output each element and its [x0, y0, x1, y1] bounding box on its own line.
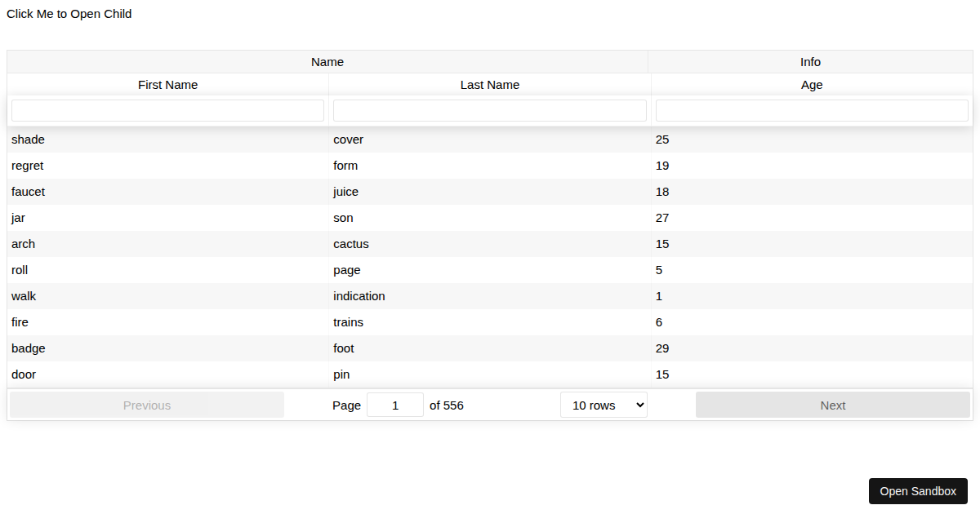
table-row: firetrains6 [7, 309, 973, 335]
table-row: archcactus15 [7, 231, 973, 257]
column-header-last-name[interactable]: Last Name [329, 73, 651, 95]
cell-age: 1 [652, 283, 973, 309]
cell-last-name: juice [329, 179, 651, 205]
table-header: Name Info First Name Last Name Age [7, 51, 973, 126]
open-sandbox-button[interactable]: Open Sandbox [869, 478, 968, 504]
page-info: Page of 556 [332, 392, 464, 417]
table-row: rollpage5 [7, 257, 973, 283]
cell-age: 6 [652, 309, 973, 335]
cell-age: 15 [652, 361, 973, 388]
cell-last-name: cactus [329, 231, 651, 257]
cell-first-name: fire [7, 309, 329, 335]
filter-age-input[interactable] [656, 100, 969, 122]
cell-first-name: arch [7, 231, 329, 257]
page: Click Me to Open Child Name Info First N… [0, 0, 980, 514]
cell-age: 19 [652, 153, 973, 179]
page-size-select[interactable]: 10 rows [560, 392, 648, 418]
pagination-center: Page of 556 10 rows [284, 392, 696, 418]
page-label: Page [332, 398, 361, 412]
cell-last-name: foot [329, 335, 651, 361]
pagination-bar: Previous Page of 556 10 rows Next [7, 388, 973, 420]
cell-last-name: cover [329, 126, 651, 153]
total-pages: 556 [443, 398, 464, 412]
cell-age: 15 [652, 231, 973, 257]
cell-age: 29 [652, 335, 973, 361]
previous-page-button[interactable]: Previous [10, 392, 284, 418]
table-row: walkindication1 [7, 283, 973, 309]
filter-first-name-input[interactable] [11, 100, 324, 122]
column-header-row: First Name Last Name Age [7, 73, 973, 95]
header-group-row: Name Info [7, 51, 973, 73]
cell-first-name: shade [7, 126, 329, 153]
table-row: faucetjuice18 [7, 179, 973, 205]
cell-last-name: page [329, 257, 651, 283]
cell-last-name: pin [329, 361, 651, 388]
header-group-name: Name [7, 51, 648, 73]
open-child-link[interactable]: Click Me to Open Child [7, 7, 131, 21]
column-header-age[interactable]: Age [652, 73, 973, 95]
cell-age: 5 [652, 257, 973, 283]
page-jump-input[interactable] [367, 392, 424, 417]
of-label: of [430, 398, 440, 412]
cell-first-name: door [7, 361, 329, 388]
table-row: badgefoot29 [7, 335, 973, 361]
cell-age: 18 [652, 179, 973, 205]
table-row: regretform19 [7, 153, 973, 179]
cell-first-name: roll [7, 257, 329, 283]
cell-first-name: faucet [7, 179, 329, 205]
cell-last-name: trains [329, 309, 651, 335]
cell-last-name: son [329, 205, 651, 231]
cell-first-name: regret [7, 153, 329, 179]
table-body: shadecover25regretform19faucetjuice18jar… [7, 126, 973, 388]
column-header-first-name[interactable]: First Name [7, 73, 329, 95]
cell-first-name: jar [7, 205, 329, 231]
table-row: doorpin15 [7, 361, 973, 388]
table-row: shadecover25 [7, 126, 973, 153]
cell-first-name: badge [7, 335, 329, 361]
cell-age: 25 [652, 126, 973, 153]
header-group-info: Info [648, 51, 973, 73]
filter-row [7, 95, 973, 126]
cell-last-name: indication [329, 283, 651, 309]
cell-first-name: walk [7, 283, 329, 309]
data-table: Name Info First Name Last Name Age [7, 50, 973, 421]
filter-last-name-input[interactable] [333, 100, 646, 122]
table-row: jarson27 [7, 205, 973, 231]
cell-last-name: form [329, 153, 651, 179]
page-size-wrap: 10 rows [560, 392, 648, 418]
next-page-button[interactable]: Next [696, 392, 970, 418]
cell-age: 27 [652, 205, 973, 231]
